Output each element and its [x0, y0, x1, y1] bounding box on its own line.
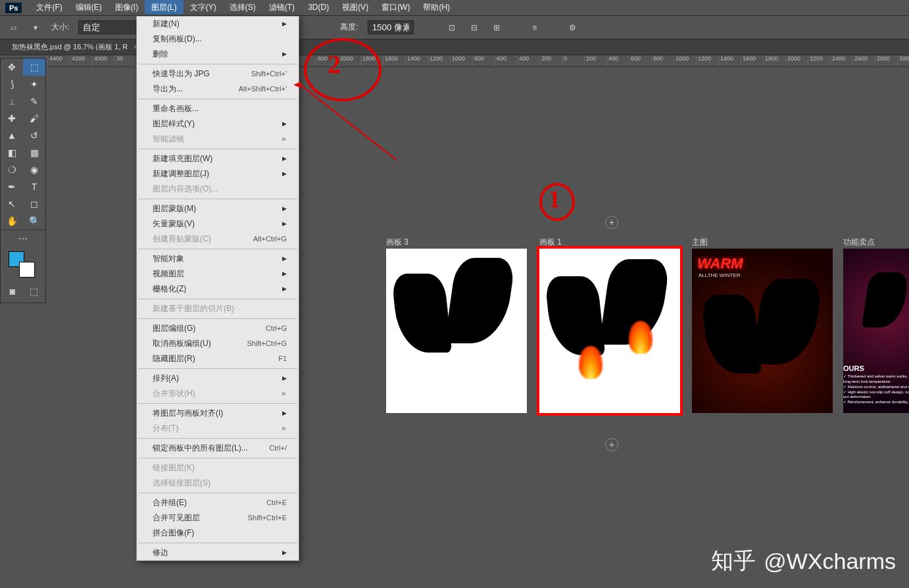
align-icon-3[interactable]: ⊞ [490, 21, 503, 34]
size-input[interactable] [78, 20, 137, 34]
artboard-label[interactable]: 主图 [692, 237, 708, 248]
artboard-main[interactable]: WARM ALLTHE WINTER [692, 249, 833, 413]
align-icon-4[interactable]: ≡ [528, 21, 541, 34]
blur-tool-icon[interactable]: ❍ [1, 161, 23, 178]
brush-tool-icon[interactable]: 🖌 [23, 110, 45, 127]
align-icon-1[interactable]: ⊡ [445, 21, 458, 34]
menu-item[interactable]: 合并可见图层Shift+Ctrl+E [137, 510, 299, 526]
ours-line: ✓ Thickened and velvet warm socks, 36 [843, 374, 909, 380]
artboard-tool-icon[interactable]: ▱ [7, 21, 20, 34]
wand-tool-icon[interactable]: ✦ [23, 76, 45, 93]
dots-icon[interactable]: ⋯ [1, 230, 45, 247]
menu-item[interactable]: 将图层与画板对齐(I)▶ [137, 406, 299, 421]
ruler-tick: 800 [472, 55, 495, 66]
stamp-tool-icon[interactable]: ▲ [1, 127, 23, 144]
height-label: 高度: [340, 22, 358, 33]
gear-icon[interactable]: ⚙ [566, 21, 579, 34]
ours-line: long-term lock temperature [843, 380, 909, 385]
shape-tool-icon[interactable]: ◻ [23, 195, 45, 212]
history-brush-icon[interactable]: ↺ [23, 127, 45, 144]
menu-item[interactable]: 修边▶ [137, 545, 299, 560]
artboard-1[interactable] [537, 246, 683, 416]
color-swatch[interactable] [1, 247, 45, 280]
menu-item[interactable]: 栅格化(Z)▶ [137, 282, 299, 297]
gradient-tool-icon[interactable]: ▦ [23, 144, 45, 161]
eyedropper-tool-icon[interactable]: ✎ [23, 93, 45, 110]
ruler-tick: 1400 [718, 55, 741, 66]
menu-item[interactable]: 新建调整图层(J)▶ [137, 166, 299, 182]
menu-item[interactable]: 矢量蒙版(V)▶ [137, 216, 299, 232]
artboard-label[interactable]: 画板 3 [386, 237, 408, 248]
ours-line: ✓ High elastic non-slip cuff design, not… [843, 390, 909, 395]
artboard-add-bottom-icon[interactable]: + [605, 438, 618, 451]
menu-item[interactable]: 新建填充图层(W)▶ [137, 151, 299, 166]
menu-item: 选择链接图层(S) [137, 476, 299, 491]
menu-item[interactable]: 重命名画板... [137, 101, 299, 116]
artboard-add-top-icon[interactable]: + [605, 216, 618, 229]
type-tool-icon[interactable]: T [23, 178, 45, 195]
align-icon-2[interactable]: ⊟ [468, 21, 481, 34]
ruler-tick: 1000 [674, 55, 696, 66]
dodge-tool-icon[interactable]: ◉ [23, 161, 45, 178]
menu-item[interactable]: 快速导出为 JPGShift+Ctrl+' [137, 66, 299, 82]
menu-item[interactable]: 图层蒙版(M)▶ [137, 201, 299, 216]
menu-item: 合并形状(H)▶ [137, 386, 299, 401]
lasso-tool-icon[interactable]: ⟆ [1, 76, 23, 93]
menu-帮助[interactable]: 帮助(H) [416, 0, 456, 14]
crop-tool-icon[interactable]: ⟂ [1, 93, 23, 110]
move-tool-icon[interactable]: ✥ [1, 59, 23, 76]
menu-item[interactable]: 图层编组(G)Ctrl+G [137, 321, 299, 336]
eraser-tool-icon[interactable]: ◧ [1, 144, 23, 161]
warm-title: WARM [697, 255, 743, 272]
ours-line: out deformation [843, 395, 909, 400]
toolbox: ✥ ⬚ ⟆ ✦ ⟂ ✎ ✚ 🖌 ▲ ↺ ◧ ▦ ❍ ◉ ✒ T ↖ ◻ ✋ 🔍 … [0, 58, 46, 303]
menu-图像[interactable]: 图像(I) [109, 0, 145, 14]
menu-窗口[interactable]: 窗口(W) [375, 0, 416, 14]
menu-滤镜[interactable]: 滤镜(T) [262, 0, 301, 14]
menu-文件[interactable]: 文件(F) [30, 0, 68, 14]
background-color[interactable] [19, 262, 35, 278]
menu-item[interactable]: 复制画板(D)... [137, 32, 299, 47]
menu-item[interactable]: 拼合图像(F) [137, 526, 299, 541]
artboard-label[interactable]: 功能卖点 [843, 237, 875, 248]
menu-item[interactable]: 隐藏图层(R)F1 [137, 351, 299, 366]
ruler-tick: 600 [495, 55, 517, 66]
ours-line: ✓ Reinforcement, enhance durability, pr [843, 400, 909, 405]
height-input[interactable] [368, 20, 414, 34]
ruler-tick: 1600 [383, 55, 405, 66]
menu-item[interactable]: 导出为...Alt+Shift+Ctrl+' [137, 82, 299, 97]
quickmask-icon[interactable]: ◙ [2, 283, 23, 300]
marquee-tool-icon[interactable]: ⬚ [23, 59, 45, 76]
menu-item[interactable]: 删除▶ [137, 47, 299, 62]
menu-文字[interactable]: 文字(Y) [184, 0, 223, 14]
menu-选择[interactable]: 选择(S) [223, 0, 262, 14]
screenmode-icon[interactable]: ⬚ [23, 283, 44, 300]
preset-dropdown-icon[interactable]: ▾ [29, 21, 42, 34]
menu-编辑[interactable]: 编辑(E) [69, 0, 109, 14]
menu-视图[interactable]: 视图(V) [335, 0, 375, 14]
ruler-tick: 1000 [450, 55, 472, 66]
ruler-tick: 4000 [92, 55, 114, 66]
healer-tool-icon[interactable]: ✚ [1, 110, 23, 127]
path-tool-icon[interactable]: ↖ [1, 195, 23, 212]
menu-item[interactable]: 视频图层▶ [137, 266, 299, 282]
pen-tool-icon[interactable]: ✒ [1, 178, 23, 195]
zoom-tool-icon[interactable]: 🔍 [23, 212, 45, 230]
menu-item[interactable]: 取消画板编组(U)Shift+Ctrl+G [137, 336, 299, 351]
menu-3d[interactable]: 3D(D) [301, 0, 335, 14]
hand-tool-icon[interactable]: ✋ [1, 212, 23, 230]
menu-item[interactable]: 锁定画板中的所有图层(L)...Ctrl+/ [137, 441, 299, 456]
artboard-3[interactable] [386, 249, 527, 413]
artboard-feature[interactable]: OURS ✓ Thickened and velvet warm socks, … [843, 249, 909, 413]
size-label: 大小: [51, 22, 69, 33]
menu-图层[interactable]: 图层(L) [145, 0, 184, 14]
ruler-tick: 1600 [741, 55, 763, 66]
menu-item[interactable]: 智能对象▶ [137, 251, 299, 266]
menu-item: 新建基于图层的切片(B) [137, 301, 299, 316]
menu-item[interactable]: 新建(N)▶ [137, 16, 299, 32]
menu-item: 智能滤镜▶ [137, 132, 299, 147]
menu-item[interactable]: 图层样式(Y)▶ [137, 116, 299, 132]
menu-item[interactable]: 合并组(E)Ctrl+E [137, 495, 299, 510]
menu-item[interactable]: 排列(A)▶ [137, 371, 299, 386]
doc-tab[interactable]: 加热袜黑色.psd @ 16.7% (画板 1, R × [7, 39, 143, 55]
